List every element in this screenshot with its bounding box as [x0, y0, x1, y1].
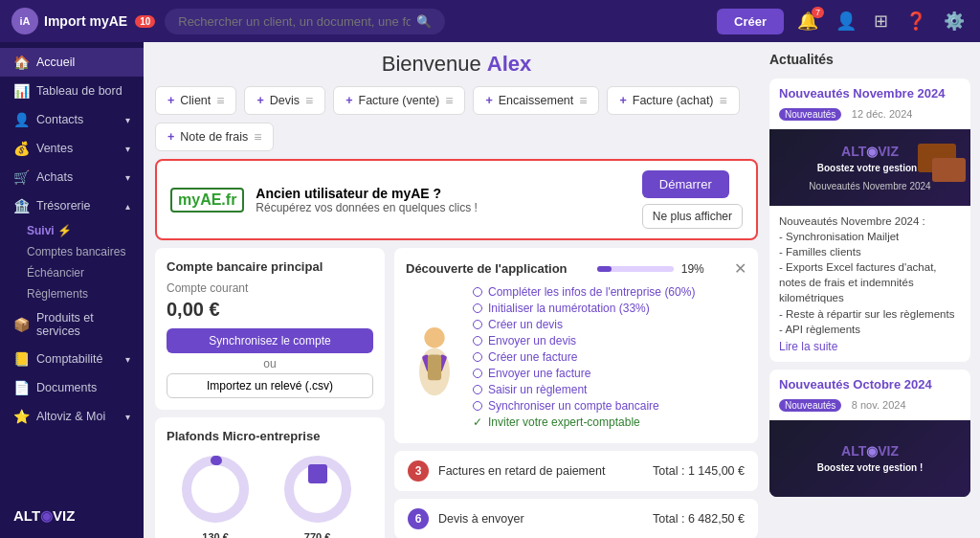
alert-devis[interactable]: 6 Devis à envoyer Total : 6 482,50 € [394, 499, 758, 538]
help-icon[interactable]: ❓ [902, 11, 930, 32]
main-content: Bienvenue Alex + Client ≡ + Devis ≡ + Fa… [144, 42, 769, 538]
task-circle-0 [473, 287, 482, 297]
notif-badge: 7 [812, 7, 824, 18]
svg-rect-8 [428, 354, 441, 380]
sync-button[interactable]: Synchronisez le compte [167, 328, 373, 353]
chevron-down-icon-altoviz: ▾ [125, 412, 130, 422]
sidebar: 🏠 Accueil 📊 Tableau de bord 👤 Contacts ▾… [0, 42, 144, 538]
sidebar-item-reglements[interactable]: Règlements [0, 283, 144, 304]
compte-label: Compte courant [167, 281, 373, 295]
home-icon: 🏠 [13, 55, 29, 70]
sidebar-item-produits[interactable]: 📦 Produits et services [0, 304, 144, 345]
svg-rect-3 [308, 464, 327, 483]
sidebar-label-ventes: Ventes [36, 142, 73, 155]
img-label-1: Boostez votre gestion ! [817, 462, 924, 473]
news-card-1-meta: Nouveautés 8 nov. 2024 [779, 395, 961, 413]
btn-devis[interactable]: + Devis ≡ [244, 86, 325, 115]
sidebar-item-tresorerie[interactable]: 🏦 Trésorerie ▴ [0, 191, 144, 220]
sidebar-item-contacts[interactable]: 👤 Contacts ▾ [0, 105, 144, 134]
achats-icon: 🛒 [13, 169, 29, 185]
sidebar-item-tableau[interactable]: 📊 Tableau de bord [0, 77, 144, 105]
sidebar-item-accueil[interactable]: 🏠 Accueil [0, 48, 144, 77]
sidebar-item-altoviz[interactable]: ⭐ Altoviz & Moi ▾ [0, 402, 144, 431]
sidebar-label-contacts: Contacts [36, 113, 83, 126]
alert-factures[interactable]: 3 Factures en retard de paiement Total :… [394, 451, 758, 491]
task-item-4[interactable]: Créer une facture [473, 350, 746, 364]
discovery-card: Découverte de l'application 19% ✕ [394, 248, 758, 443]
progress-pct: 19% [681, 262, 704, 276]
demarrer-button[interactable]: Démarrer [642, 170, 729, 198]
task-circle-1 [473, 303, 482, 313]
sidebar-item-echeancier[interactable]: Échéancier [0, 262, 144, 283]
news-card-0-body: Nouveautés Novembre 2024 : - Synchronisa… [769, 206, 970, 362]
search-input[interactable] [178, 14, 410, 29]
compta-icon: 📒 [13, 351, 29, 367]
right-column: Découverte de l'application 19% ✕ [394, 248, 758, 538]
progress-bar-bg [597, 266, 674, 272]
task-item-6[interactable]: Saisir un règlement [473, 383, 746, 396]
banner-actions: Démarrer Ne plus afficher [642, 170, 743, 229]
discovery-close-button[interactable]: ✕ [734, 259, 746, 278]
sidebar-item-achats[interactable]: 🛒 Achats ▾ [0, 163, 144, 191]
sidebar-item-comptes[interactable]: Comptes bancaires [0, 241, 144, 262]
task-item-8[interactable]: ✓ Inviter votre expert-comptable [473, 415, 746, 429]
btn-facture-vente[interactable]: + Facture (vente) ≡ [333, 86, 465, 115]
task-item-3[interactable]: Envoyer un devis [473, 334, 746, 347]
grid-icon[interactable]: ⊞ [870, 11, 892, 32]
plafonds-row: 130 € sur 188 700 € Ventes de produits [167, 451, 373, 538]
task-item-0[interactable]: Compléter les infos de l'entreprise (60%… [473, 285, 746, 299]
news-card-0-header: Nouveautés Novembre 2024 Nouveautés 12 d… [769, 78, 970, 129]
two-col-layout: Compte bancaire principal Compte courant… [155, 248, 758, 538]
news-card-1[interactable]: Nouveautés Octobre 2024 Nouveautés 8 nov… [769, 370, 970, 497]
ventes-icon: 💰 [13, 141, 29, 156]
myae-logo-text: myAE.fr [178, 191, 236, 208]
donut-produits [177, 451, 254, 527]
compte-card-title: Compte bancaire principal [167, 259, 373, 274]
task-circle-7 [473, 401, 482, 411]
btn-encaissement[interactable]: + Encaissement ≡ [473, 86, 599, 115]
news-link-0[interactable]: Lire la suite [779, 340, 837, 353]
alert-label-devis: Devis à envoyer [438, 512, 643, 526]
btn-facture-achat[interactable]: + Facture (achat) ≡ [607, 86, 739, 115]
profile-icon[interactable]: 👤 [832, 11, 860, 32]
sidebar-item-suivi[interactable]: Suivi ⚡ [0, 220, 144, 241]
task-item-7[interactable]: Synchroniser un compte bancaire [473, 399, 746, 413]
main-layout: 🏠 Accueil 📊 Tableau de bord 👤 Contacts ▾… [0, 42, 980, 538]
task-check-8: ✓ [473, 415, 482, 429]
discovery-progress: 19% [597, 262, 704, 276]
btn-client[interactable]: + Client ≡ [155, 86, 236, 115]
plafonds-title: Plafonds Micro-entreprise [167, 429, 373, 443]
sidebar-item-comptabilite[interactable]: 📒 Comptabilité ▾ [0, 345, 144, 373]
chevron-up-icon: ▴ [125, 201, 130, 212]
quick-actions: + Client ≡ + Devis ≡ + Facture (vente) ≡… [155, 86, 758, 151]
discovery-list: Compléter les infos de l'entreprise (60%… [473, 285, 746, 432]
sidebar-item-documents[interactable]: 📄 Documents [0, 373, 144, 402]
task-item-1[interactable]: Initialiser la numérotation (33%) [473, 302, 746, 315]
settings-icon[interactable]: ⚙️ [940, 11, 969, 32]
btn-note-frais[interactable]: + Note de frais ≡ [155, 123, 274, 151]
task-item-2[interactable]: Créer un devis [473, 318, 746, 331]
news-date-0: 12 déc. 2024 [852, 108, 913, 120]
search-bar[interactable]: 🔍 [165, 9, 444, 34]
task-item-5[interactable]: Envoyer une facture [473, 367, 746, 380]
news-card-1-title: Nouveautés Octobre 2024 [779, 377, 961, 392]
discovery-title: Découverte de l'application [406, 261, 568, 276]
contacts-icon: 👤 [13, 112, 29, 127]
myae-logo: myAE.fr [170, 188, 244, 213]
alert-total-factures: Total : 1 145,00 € [653, 464, 745, 478]
discovery-body: Compléter les infos de l'entreprise (60%… [406, 285, 746, 432]
task-circle-3 [473, 336, 482, 346]
banner-subtitle: Récupérez vos données en quelques clics … [256, 201, 630, 214]
altoviz-icon: ⭐ [13, 409, 29, 424]
app-name: Import myAE [44, 13, 127, 29]
plafond-produits: 130 € sur 188 700 € Ventes de produits [172, 451, 259, 538]
svg-point-5 [424, 327, 444, 347]
notifications-icon[interactable]: 🔔 7 [793, 11, 822, 32]
chevron-down-icon-compta: ▾ [125, 354, 130, 365]
import-button[interactable]: Importez un relevé (.csv) [167, 373, 373, 398]
news-card-0[interactable]: Nouveautés Novembre 2024 Nouveautés 12 d… [769, 78, 970, 362]
creer-button[interactable]: Créer [717, 9, 784, 34]
sidebar-label-accueil: Accueil [36, 56, 75, 69]
sidebar-item-ventes[interactable]: 💰 Ventes ▾ [0, 134, 144, 163]
neplusafficher-button[interactable]: Ne plus afficher [642, 204, 743, 229]
